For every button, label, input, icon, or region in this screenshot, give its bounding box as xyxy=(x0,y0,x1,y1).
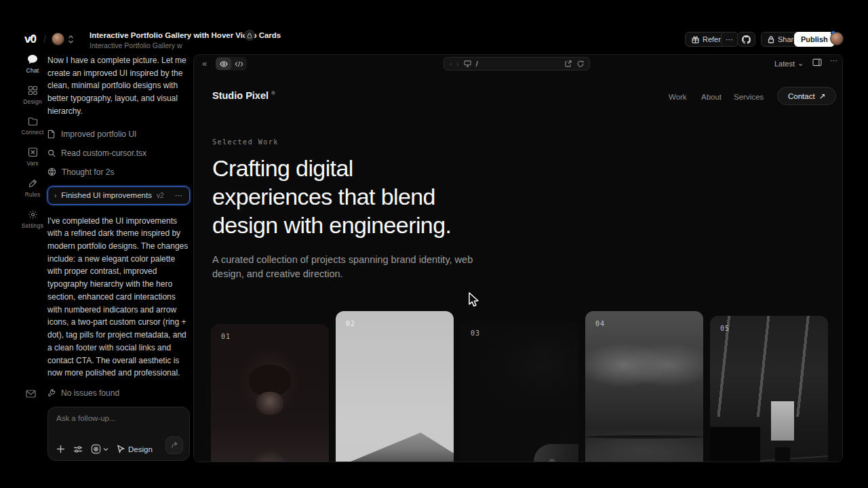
wrench-icon xyxy=(47,389,56,397)
finished-task-label: Finished UI improvements xyxy=(61,191,152,199)
hero-heading: Crafting digital experiences that blend … xyxy=(212,154,451,239)
card-number: 02 xyxy=(346,320,355,327)
eye-icon xyxy=(220,61,228,67)
send-arrow-icon xyxy=(170,441,178,449)
task-label: Read custom-cursor.tsx xyxy=(61,148,146,158)
user-avatar[interactable] xyxy=(830,32,844,45)
sidebar-label-chat: Chat xyxy=(26,67,39,74)
task-row-improved-ui[interactable]: Improved portfolio UI xyxy=(47,129,190,139)
finished-task-card[interactable]: › Finished UI improvements v2 ⋯ xyxy=(47,186,190,205)
preview-eye-toggle[interactable] xyxy=(216,58,231,70)
ellipsis-icon: ⋯ xyxy=(726,35,734,44)
gear-icon xyxy=(28,209,38,220)
chevron-down-icon xyxy=(103,447,108,451)
left-rail: Chat Design Connect Vars Rules Settings xyxy=(19,54,46,241)
gift-icon xyxy=(692,36,699,43)
composer-toolbar: Design xyxy=(56,444,153,454)
preview-toolbar: « ‹ › / Latest ⌄ xyxy=(194,55,842,73)
search-icon xyxy=(47,149,56,157)
preview-panel: « ‹ › / Latest ⌄ xyxy=(193,54,843,462)
feedback-mail-icon[interactable] xyxy=(26,390,36,398)
github-button[interactable] xyxy=(737,32,755,47)
task-label: Thought for 2s xyxy=(62,167,114,177)
site-brand[interactable]: Studio Pixel ® xyxy=(212,90,275,101)
project-subtitle: Interactive Portfolio Gallery w xyxy=(90,41,182,49)
chevron-right-icon: › xyxy=(54,192,56,199)
v0-logo[interactable]: v0∕ xyxy=(24,33,36,46)
contact-button[interactable]: Contact ↗ xyxy=(777,87,836,105)
sidebar-label-vars: Vars xyxy=(26,160,39,167)
chat-panel: Now I have a complete picture. Let me cr… xyxy=(47,54,190,434)
project-switcher-icon[interactable] xyxy=(68,35,74,44)
sidebar-label-connect: Connect xyxy=(21,129,43,136)
send-button[interactable] xyxy=(165,436,183,454)
site-nav-work[interactable]: Work xyxy=(669,93,687,101)
project-image-lips xyxy=(585,311,703,462)
sidebar-item-settings[interactable]: Settings xyxy=(19,209,46,229)
sidebar-item-design[interactable]: Design xyxy=(19,85,46,105)
device-frame-icon[interactable] xyxy=(812,58,822,66)
refresh-icon[interactable] xyxy=(577,60,584,67)
forward-icon[interactable]: › xyxy=(456,60,458,68)
team-avatar[interactable] xyxy=(52,33,64,45)
task-menu-icon[interactable]: ⋯ xyxy=(175,191,183,200)
thinking-icon xyxy=(47,167,56,176)
project-card-1[interactable]: 01 xyxy=(211,324,329,462)
preview-menu-icon[interactable]: ⋯ xyxy=(830,56,838,65)
address-bar[interactable]: ‹ › / xyxy=(443,57,590,70)
version-badge: v2 xyxy=(157,192,164,199)
task-row-read-file[interactable]: Read custom-cursor.tsx xyxy=(47,148,190,158)
lock-icon xyxy=(768,36,774,43)
code-icon xyxy=(235,61,243,67)
project-card-2[interactable]: 02 xyxy=(336,311,454,462)
design-icon xyxy=(28,85,38,96)
publish-button[interactable]: Publish xyxy=(794,32,835,47)
section-eyebrow: Selected Work xyxy=(212,138,279,146)
chat-composer: Design xyxy=(47,407,190,461)
model-selector[interactable] xyxy=(91,444,108,454)
chevron-down-icon: ⌄ xyxy=(797,59,804,68)
design-mode-chip[interactable]: Design xyxy=(117,445,153,453)
project-card-5[interactable]: 05 xyxy=(710,316,828,462)
sidebar-label-settings: Settings xyxy=(22,222,43,229)
file-icon xyxy=(47,129,56,138)
sidebar-item-connect[interactable]: Connect xyxy=(19,117,46,136)
collapse-panel-icon[interactable]: « xyxy=(202,58,207,68)
view-toggle-group xyxy=(216,57,247,70)
publish-label: Publish xyxy=(801,35,828,43)
monitor-icon xyxy=(464,60,471,67)
add-attachment-icon[interactable] xyxy=(56,445,65,453)
sidebar-item-chat[interactable]: Chat xyxy=(19,54,46,74)
github-icon xyxy=(742,35,751,44)
project-image-dark-product xyxy=(460,321,578,462)
sidebar-item-vars[interactable]: Vars xyxy=(19,147,46,167)
card-number: 05 xyxy=(720,325,730,332)
sidebar-item-rules[interactable]: Rules xyxy=(19,178,46,198)
no-issues-label: No issues found xyxy=(61,388,119,398)
url-path[interactable]: / xyxy=(476,60,478,68)
card-number: 03 xyxy=(471,329,480,337)
back-icon[interactable]: ‹ xyxy=(450,60,452,68)
site-nav-services[interactable]: Services xyxy=(734,93,764,101)
code-toggle[interactable] xyxy=(231,58,247,70)
more-options-button[interactable]: ⋯ xyxy=(721,32,738,47)
settings-sliders-icon[interactable] xyxy=(73,445,83,453)
open-external-icon[interactable] xyxy=(565,60,572,67)
follow-up-input[interactable] xyxy=(56,414,178,422)
project-card-4[interactable]: 04 xyxy=(585,311,703,462)
rules-icon xyxy=(28,178,38,188)
rendered-site: Studio Pixel ® Work About Services Conta… xyxy=(194,73,842,462)
project-image-car-garage xyxy=(710,316,828,462)
version-selector[interactable]: Latest ⌄ xyxy=(774,59,804,68)
v0-app: v0∕ / Interactive Portfolio Gallery with… xyxy=(0,0,868,488)
vars-icon xyxy=(28,147,38,157)
hero-subheading: A curated collection of projects spannin… xyxy=(212,253,486,281)
brand-mark: ® xyxy=(271,90,275,96)
private-lock-icon xyxy=(244,30,255,41)
task-row-thought[interactable]: Thought for 2s xyxy=(47,167,190,177)
chat-icon xyxy=(27,54,38,64)
sidebar-label-design: Design xyxy=(23,98,42,105)
assistant-message: Now I have a complete picture. Let me cr… xyxy=(47,54,190,118)
project-card-3[interactable]: 03 xyxy=(460,321,578,462)
site-nav-about[interactable]: About xyxy=(701,93,722,101)
